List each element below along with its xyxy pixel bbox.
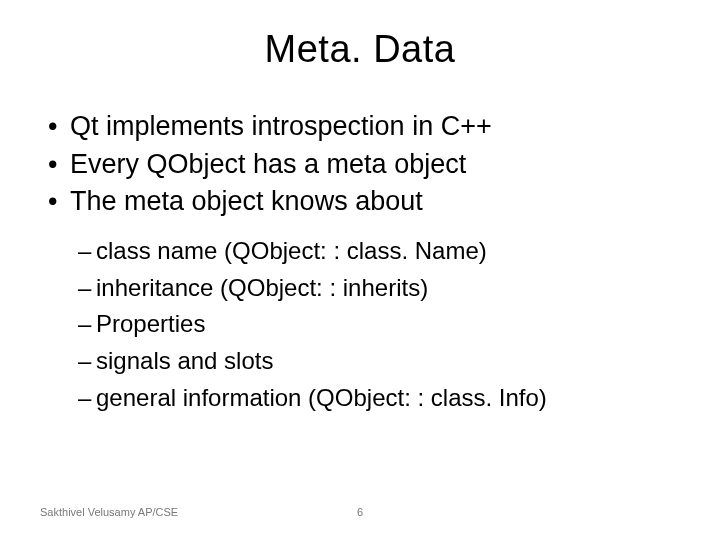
footer-author: Sakthivel Velusamy AP/CSE <box>0 506 178 518</box>
sub-bullet-list: class name (QObject: : class. Name) inhe… <box>46 234 680 416</box>
sub-bullet-item: class name (QObject: : class. Name) <box>78 234 680 269</box>
sub-bullet-item: signals and slots <box>78 344 680 379</box>
sub-bullet-item: Properties <box>78 307 680 342</box>
sub-bullet-item: inheritance (QObject: : inherits) <box>78 271 680 306</box>
sub-bullet-item: general information (QObject: : class. I… <box>78 381 680 416</box>
slide-title: Meta. Data <box>40 28 680 71</box>
bullet-item: Every QObject has a meta object <box>46 147 680 183</box>
slide-content: Qt implements introspection in C++ Every… <box>40 109 680 416</box>
bullet-item: The meta object knows about <box>46 184 680 220</box>
bullet-list: Qt implements introspection in C++ Every… <box>46 109 680 220</box>
bullet-item: Qt implements introspection in C++ <box>46 109 680 145</box>
footer-page-number: 6 <box>357 506 363 518</box>
slide-footer: Sakthivel Velusamy AP/CSE 6 <box>0 506 720 518</box>
slide: Meta. Data Qt implements introspection i… <box>0 0 720 540</box>
